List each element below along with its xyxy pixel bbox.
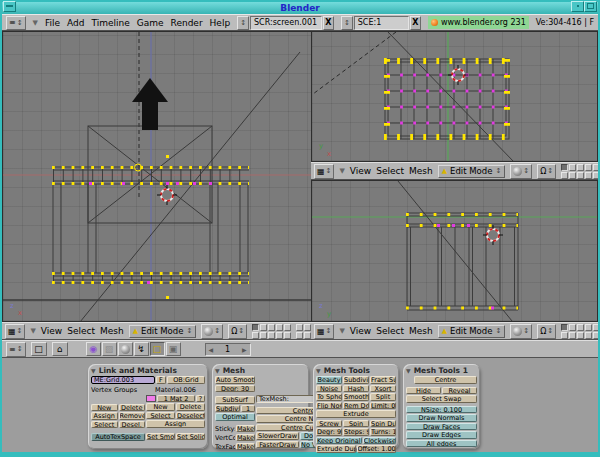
menu-help[interactable]: Help bbox=[210, 18, 231, 28]
pivot-dropdown[interactable]: Ω↕ bbox=[537, 324, 556, 339]
layer-toggle[interactable] bbox=[593, 324, 598, 331]
object-name-field[interactable]: OB:Grid bbox=[167, 376, 205, 384]
layer-toggle[interactable] bbox=[276, 324, 283, 331]
extrude-button[interactable]: Extrude bbox=[316, 410, 396, 418]
panel-collapse-icon[interactable]: ▼ bbox=[215, 367, 220, 374]
panel-title[interactable]: ▼Mesh Tools bbox=[316, 366, 396, 375]
header-collapse-icon[interactable]: ▼ bbox=[33, 19, 38, 27]
minimize-button[interactable] bbox=[571, 1, 584, 12]
steps-field[interactable]: Steps: 9 bbox=[343, 428, 369, 436]
frame-number-field[interactable]: ◀ 1 ▶ bbox=[205, 343, 251, 356]
header-collapse-icon[interactable]: ▼ bbox=[339, 167, 344, 175]
offset-field[interactable]: Offset: 1.000 bbox=[357, 445, 397, 453]
layer-toggle[interactable] bbox=[268, 332, 275, 339]
vertcol-make-button[interactable]: Make bbox=[236, 434, 255, 442]
layer-toggle[interactable] bbox=[561, 164, 568, 171]
auto-smooth-toggle[interactable]: Auto Smooth bbox=[215, 376, 255, 384]
xsort-button[interactable]: Xsort bbox=[370, 385, 396, 393]
viewport-top-canvas[interactable]: y x bbox=[312, 32, 597, 161]
menu-timeline[interactable]: Timeline bbox=[91, 18, 129, 28]
layer-toggle[interactable] bbox=[260, 324, 267, 331]
layer-toggle[interactable] bbox=[585, 332, 592, 339]
extrude-dup-button[interactable]: Extrude Dup bbox=[316, 445, 356, 453]
menu-mesh[interactable]: Mesh bbox=[409, 326, 433, 336]
centre-button[interactable]: Centre bbox=[414, 376, 477, 384]
layer-toggle[interactable] bbox=[585, 324, 592, 331]
layer-toggle[interactable] bbox=[569, 172, 576, 179]
panel-title[interactable]: ▼Mesh bbox=[215, 366, 306, 375]
draw-faces-toggle[interactable]: Draw Faces bbox=[406, 423, 477, 431]
extrude-arrow-object[interactable] bbox=[132, 78, 168, 130]
ipo-context-button[interactable]: ↯ bbox=[134, 342, 149, 356]
menu-select[interactable]: Select bbox=[67, 326, 95, 336]
vgroup-new-button[interactable]: New bbox=[91, 404, 118, 412]
layer-toggle[interactable] bbox=[284, 324, 291, 331]
viewport-front[interactable]: z x bbox=[2, 31, 312, 322]
layer-toggle[interactable] bbox=[577, 332, 584, 339]
vgroup-assign-button[interactable]: Assign bbox=[91, 412, 118, 420]
layer-toggle[interactable] bbox=[585, 164, 592, 171]
menu-select[interactable]: Select bbox=[376, 326, 404, 336]
mesh-datablock-dropdown[interactable]: ME:Grid.003 bbox=[91, 376, 155, 384]
view-buttons-icon-button[interactable]: □ bbox=[31, 342, 47, 356]
window-type-dropdown[interactable]: ≡ ↕ bbox=[6, 16, 26, 30]
degr-field[interactable]: Degr: 30 bbox=[215, 385, 255, 393]
rem-doubles-button[interactable]: Rem Doubles bbox=[343, 402, 369, 410]
material-new-button[interactable]: New bbox=[146, 403, 175, 411]
vgroup-deselect-button[interactable]: Desel. bbox=[119, 421, 146, 429]
draw-type-dropdown[interactable]: ↕ bbox=[510, 324, 532, 339]
slowerdraw-button[interactable]: SlowerDraw bbox=[256, 432, 299, 440]
panel-title[interactable]: ▼Link and Materials bbox=[91, 366, 205, 375]
home-button[interactable]: ⌂ bbox=[52, 342, 68, 356]
fake-user-button[interactable]: F bbox=[156, 376, 166, 384]
reveal-button[interactable]: Reveal bbox=[442, 387, 477, 395]
mode-dropdown[interactable]: ▲Edit Mode↕ bbox=[438, 325, 506, 338]
layer-toggle[interactable] bbox=[284, 332, 291, 339]
layer-toggle[interactable] bbox=[593, 164, 598, 171]
beauty-toggle[interactable]: Beauty bbox=[316, 376, 342, 384]
mesh-object-side[interactable] bbox=[406, 213, 518, 310]
layer-toggle[interactable] bbox=[577, 164, 584, 171]
material-index-stepper[interactable]: 1 Mat 2 bbox=[157, 395, 195, 403]
layer-toggle[interactable] bbox=[577, 172, 584, 179]
select-swap-button[interactable]: Select Swap bbox=[406, 395, 477, 403]
screw-button[interactable]: Screw bbox=[316, 420, 342, 428]
viewport-type-dropdown[interactable]: ▦↕ bbox=[314, 324, 334, 339]
draw-normals-toggle[interactable]: Draw Normals bbox=[406, 414, 477, 422]
layer-toggle[interactable] bbox=[593, 332, 598, 339]
menu-select[interactable]: Select bbox=[376, 166, 404, 176]
mode-dropdown[interactable]: ▲Edit Mode↕ bbox=[438, 165, 506, 178]
hide-button[interactable]: Hide bbox=[406, 387, 441, 395]
layer-toggle[interactable] bbox=[569, 332, 576, 339]
menu-add[interactable]: Add bbox=[67, 18, 84, 28]
spin-dup-button[interactable]: Spin Dup bbox=[370, 420, 396, 428]
split-button[interactable]: Split bbox=[370, 393, 396, 401]
screen-name-field[interactable]: SCR:screen.001 bbox=[250, 16, 322, 30]
cursor-3d[interactable] bbox=[157, 185, 177, 205]
pivot-dropdown[interactable]: Ω↕ bbox=[537, 164, 556, 179]
optimal-toggle[interactable]: Optimal bbox=[215, 413, 255, 421]
menu-mesh[interactable]: Mesh bbox=[409, 166, 433, 176]
window-menu-button[interactable] bbox=[3, 1, 16, 12]
layer-toggle[interactable] bbox=[561, 324, 568, 331]
menu-mesh[interactable]: Mesh bbox=[100, 326, 124, 336]
flip-normals-button[interactable]: Flip Normals bbox=[316, 402, 342, 410]
material-color-swatch[interactable] bbox=[146, 395, 156, 403]
material-delete-button[interactable]: Delete bbox=[176, 403, 205, 411]
viewport-side-canvas[interactable]: z y bbox=[312, 181, 597, 321]
layer-toggle[interactable] bbox=[296, 332, 303, 339]
draw-type-dropdown[interactable]: ↕ bbox=[201, 324, 223, 339]
draw-type-dropdown[interactable]: ↕ bbox=[510, 164, 532, 179]
layer-toggle[interactable] bbox=[260, 332, 267, 339]
panel-mesh[interactable]: ▼Mesh Auto Smooth Degr: 30 SubSurf Subdi… bbox=[212, 364, 309, 449]
viewport-front-canvas[interactable]: z x bbox=[3, 32, 311, 321]
hash-button[interactable]: Hash bbox=[343, 385, 369, 393]
draw-edges-toggle[interactable]: Draw Edges bbox=[406, 431, 477, 439]
all-edges-toggle[interactable]: All edges bbox=[406, 440, 477, 448]
layer-toggle[interactable] bbox=[593, 172, 598, 179]
scene-name-field[interactable]: SCE:1 bbox=[354, 16, 409, 30]
layer-toggle[interactable] bbox=[252, 332, 259, 339]
panel-mesh-tools[interactable]: ▼Mesh Tools Beauty Subdivide Fract Subd … bbox=[313, 364, 399, 449]
set-solid-button[interactable]: Set Solid bbox=[176, 433, 205, 441]
panel-collapse-icon[interactable]: ▼ bbox=[316, 367, 321, 374]
